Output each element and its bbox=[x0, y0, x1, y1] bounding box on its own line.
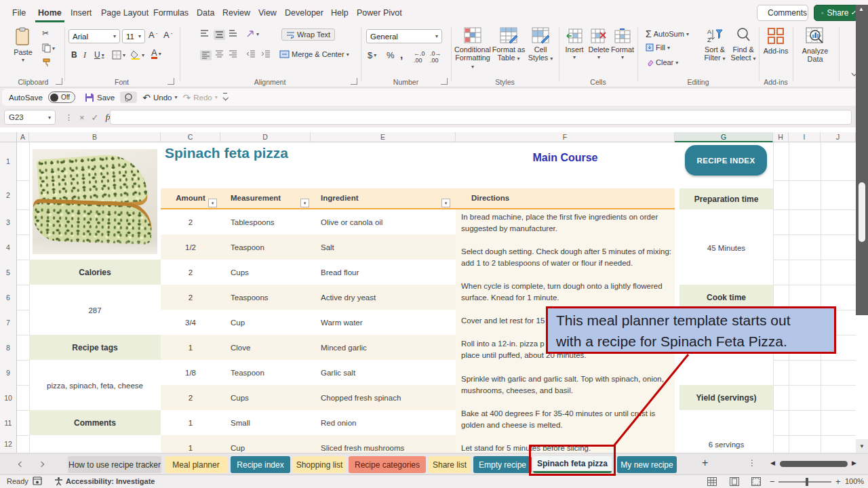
zoom-out-button[interactable]: − bbox=[770, 476, 775, 487]
table-row[interactable]: 1CloveMinced garlic bbox=[161, 335, 456, 360]
row-header-9[interactable]: 9 bbox=[0, 360, 17, 385]
ingredient-filter-button[interactable]: ▾ bbox=[441, 199, 450, 207]
row-header-2[interactable]: 2 bbox=[0, 180, 17, 209]
col-header-i[interactable]: I bbox=[789, 132, 821, 142]
sheet-tab-share-list[interactable]: Share list bbox=[429, 456, 471, 473]
row-header-1[interactable]: 1 bbox=[0, 142, 17, 180]
row-header-11[interactable]: 11 bbox=[0, 410, 17, 435]
row-header-6[interactable]: 6 bbox=[0, 285, 17, 310]
col-header-f[interactable]: F bbox=[456, 132, 675, 142]
tab-formulas[interactable]: Formulas bbox=[151, 7, 191, 19]
tab-file[interactable]: File bbox=[9, 7, 28, 19]
align-left-button[interactable] bbox=[200, 50, 212, 60]
sheet-tab-meal-planner[interactable]: Meal planner bbox=[165, 456, 227, 473]
wrap-text-button[interactable]: Wrap Text bbox=[281, 28, 335, 41]
amount-filter-button[interactable]: ▾ bbox=[208, 199, 217, 207]
row-header-4[interactable]: 4 bbox=[0, 235, 17, 260]
tab-data[interactable]: Data bbox=[194, 7, 217, 19]
zoom-slider-thumb[interactable] bbox=[806, 478, 808, 486]
normal-view-button[interactable] bbox=[707, 477, 717, 486]
fill-button[interactable]: Fill▾ bbox=[646, 43, 670, 52]
next-sheet-icon[interactable] bbox=[39, 462, 44, 467]
table-row[interactable]: 2CupsBread flour bbox=[161, 260, 456, 285]
col-header-a[interactable]: A bbox=[17, 132, 29, 142]
accessibility-status[interactable]: Accessibility: Investigate bbox=[66, 477, 155, 485]
col-header-d[interactable]: D bbox=[220, 132, 311, 142]
hscroll-right-icon[interactable]: ▶ bbox=[852, 460, 856, 466]
cancel-icon[interactable]: × bbox=[79, 113, 85, 123]
grow-font-button[interactable]: Aˆ bbox=[149, 30, 157, 40]
row-header-8[interactable]: 8 bbox=[0, 335, 17, 360]
table-row[interactable]: 2CupsChopped fresh spinach bbox=[161, 385, 456, 410]
accessibility-icon[interactable] bbox=[54, 476, 63, 487]
scroll-up-icon[interactable]: ▲ bbox=[859, 6, 864, 12]
italic-button[interactable]: I bbox=[83, 50, 86, 60]
borders-button[interactable]: ▾ bbox=[112, 50, 125, 60]
analyze-data-button[interactable]: Analyze Data bbox=[800, 27, 831, 63]
shrink-font-button[interactable]: Aˇ bbox=[163, 30, 172, 40]
row-header-3[interactable]: 3 bbox=[0, 209, 17, 235]
horizontal-scroll-thumb[interactable] bbox=[780, 461, 848, 467]
sheet-tab-empty-recipe[interactable]: Empty recipe bbox=[473, 456, 532, 473]
clipboard-dialog-launcher[interactable] bbox=[56, 78, 62, 85]
number-format-select[interactable]: General▾ bbox=[366, 29, 442, 43]
number-dialog-launcher[interactable] bbox=[441, 78, 448, 85]
align-top-button[interactable] bbox=[200, 30, 209, 37]
conditional-formatting-button[interactable]: Conditional Formatting ▾ bbox=[455, 27, 490, 71]
decrease-indent-button[interactable] bbox=[246, 50, 256, 58]
add-sheet-button[interactable]: + bbox=[702, 457, 708, 469]
tab-view[interactable]: View bbox=[256, 7, 279, 19]
sheet-options-icon[interactable]: ⋮ bbox=[748, 458, 756, 468]
align-middle-button[interactable] bbox=[214, 30, 225, 40]
scroll-down-icon[interactable]: ▼ bbox=[856, 439, 868, 453]
merge-center-button[interactable]: Merge & Center▾ bbox=[279, 50, 349, 58]
format-as-table-button[interactable]: Format as Table ▾ bbox=[492, 27, 526, 63]
save-button[interactable]: Save bbox=[85, 93, 115, 102]
zoom-level[interactable]: 100% bbox=[845, 477, 864, 485]
undo-button[interactable]: ↶ Undo▾ bbox=[142, 92, 177, 103]
copy-button[interactable]: ▾ bbox=[42, 43, 55, 53]
table-row[interactable]: 2TablespoonsOlive or canola oil bbox=[161, 209, 456, 235]
autosave-toggle[interactable]: Off bbox=[48, 92, 75, 103]
tab-home[interactable]: Home bbox=[35, 7, 64, 22]
delete-cells-button[interactable]: Delete▾ bbox=[587, 28, 610, 62]
formula-input[interactable] bbox=[110, 110, 852, 125]
font-size-select[interactable]: 11▾ bbox=[122, 29, 145, 43]
zoom-slider-track[interactable] bbox=[778, 481, 831, 483]
align-center-button[interactable] bbox=[215, 50, 224, 58]
col-header-g[interactable]: G bbox=[675, 132, 773, 142]
col-header-j[interactable]: J bbox=[821, 132, 856, 142]
underline-button[interactable]: U▾ bbox=[94, 50, 104, 60]
select-all-corner[interactable] bbox=[0, 132, 17, 142]
name-box[interactable]: G23▾ bbox=[4, 110, 56, 125]
percent-button[interactable]: % bbox=[387, 50, 395, 60]
alignment-dialog-launcher[interactable] bbox=[351, 78, 357, 85]
macro-record-icon[interactable] bbox=[33, 476, 42, 487]
comments-button[interactable]: Comments bbox=[757, 5, 808, 21]
row-header-12[interactable]: 12 bbox=[0, 435, 17, 453]
increase-decimal-button[interactable]: ←.0.00 bbox=[414, 50, 425, 64]
sheet-tab-recipe-categories[interactable]: Recipe categories bbox=[349, 456, 426, 473]
col-header-h[interactable]: H bbox=[773, 132, 789, 142]
addins-button[interactable]: Add-ins bbox=[762, 27, 790, 55]
format-cells-button[interactable]: Format▾ bbox=[610, 28, 635, 62]
share-button[interactable]: Share bbox=[814, 5, 861, 21]
cell-styles-button[interactable]: Cell Styles ▾ bbox=[526, 27, 555, 63]
enter-icon[interactable]: ✓ bbox=[92, 113, 99, 123]
page-layout-view-button[interactable] bbox=[730, 477, 739, 486]
table-row[interactable]: 1/2TeaspoonSalt bbox=[161, 235, 456, 260]
redo-button[interactable]: ↷ Redo▾ bbox=[183, 92, 218, 103]
recipe-index-button[interactable]: RECIPE INDEX bbox=[685, 145, 767, 176]
qat-overflow-button[interactable] bbox=[223, 93, 227, 102]
prev-sheet-icon[interactable] bbox=[18, 462, 24, 467]
fill-color-button[interactable]: ▾ bbox=[131, 50, 144, 60]
measurement-filter-button[interactable]: ▾ bbox=[300, 199, 309, 207]
table-row[interactable]: 1/8TeaspoonGarlic salt bbox=[161, 360, 456, 385]
font-color-button[interactable]: A▾ bbox=[151, 49, 161, 59]
sheet-tab-recipe-index[interactable]: Recipe index bbox=[231, 456, 290, 473]
autosum-button[interactable]: Σ AutoSum▾ bbox=[646, 28, 689, 39]
col-header-b[interactable]: B bbox=[29, 132, 161, 142]
sort-filter-button[interactable]: AZ Sort & Filter ▾ bbox=[701, 27, 728, 63]
table-row[interactable]: 3/4CupWarm water bbox=[161, 310, 456, 335]
bold-button[interactable]: B bbox=[71, 50, 77, 60]
